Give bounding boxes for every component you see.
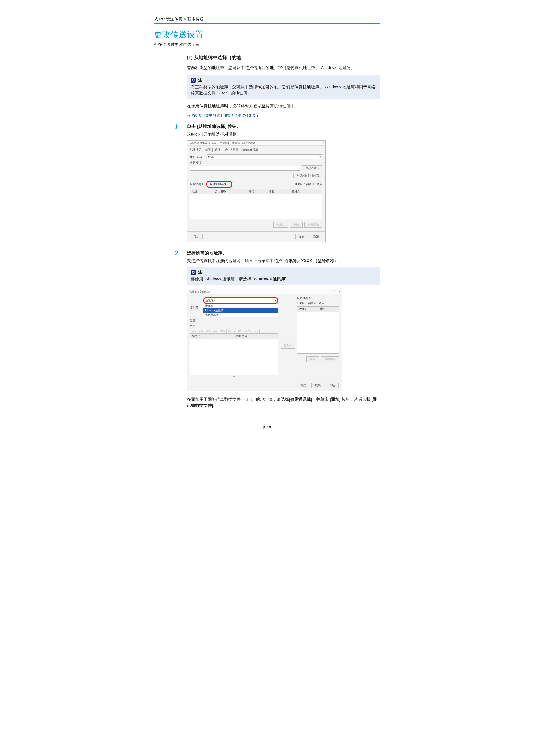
- destination-count: 0 项目 / 余留 500 项目: [295, 182, 323, 186]
- step2-body-suffix: ]。: [338, 258, 343, 263]
- section1-heading: (1) 从地址簿中选择目的地: [187, 54, 380, 61]
- col-fax-number: 传真号码: [234, 334, 278, 338]
- chevron-down-icon: ▼: [274, 299, 277, 302]
- addrbook-select[interactable]: 通讯簿 / ▼: [203, 297, 278, 304]
- trailing-b2: 添加: [331, 397, 339, 402]
- options-settings-button[interactable]: 选项设置...: [302, 165, 323, 171]
- trailing-p2: ]，并单击 [: [311, 397, 331, 402]
- col-address-2: 地址: [318, 307, 339, 311]
- step1-body: 这时会打开地址选择对话框。: [187, 132, 380, 137]
- letter-tab-mno[interactable]: MNO: [219, 329, 227, 333]
- step2-body-prefix: 要选择传真机中注册的地址簿，请从下拉菜单中选择 [: [187, 258, 284, 263]
- label-filter: 过滤:: [190, 318, 201, 322]
- transmit-mode-value: 传真: [208, 155, 214, 159]
- note-label: 注: [198, 78, 202, 83]
- letter-tab-ghi[interactable]: GHI: [205, 329, 212, 333]
- link-register-address[interactable]: 在地址簿中登录目的地（第 2-16 页）: [192, 113, 260, 118]
- step-number-2: 2: [174, 249, 178, 257]
- cancel-button[interactable]: 取消: [310, 234, 323, 239]
- note2-suffix: ]。: [285, 277, 290, 281]
- help-icon[interactable]: ?: [318, 142, 319, 145]
- breadcrumb: 从 PC 发送传真 > 基本传送: [154, 16, 380, 22]
- after-note-text: 在使用传真机地址簿时，必须将对方登录至传真机地址簿中。: [187, 103, 380, 109]
- send-button[interactable]: 传送: [295, 234, 308, 239]
- step2-title: 选择所需的地址簿。: [187, 250, 380, 256]
- step-number-1: 1: [174, 122, 178, 131]
- col-recipient: 收件人: [290, 189, 322, 194]
- col-address: 地址: [190, 189, 213, 194]
- letter-tab-abc[interactable]: ABC: [190, 329, 198, 333]
- delete-button[interactable]: 删除: [290, 222, 303, 228]
- addrbook-dropdown-list: 通讯簿 / Address 通讯簿 地址通讯簿: [203, 304, 278, 317]
- tab-options[interactable]: 选项: [215, 148, 222, 152]
- delete-all-button[interactable]: 全部删除: [304, 222, 323, 228]
- add-to-list-button[interactable]: 添加>: [280, 343, 295, 349]
- help-icon[interactable]: ?: [334, 290, 336, 293]
- dialog1-tabs: 地址设置 封面 选项 送件人信息 Internet 传真: [190, 148, 323, 152]
- note-icon: [191, 78, 196, 83]
- note-body-2: 要使用 Windows 通讯簿，请选择 [Windows 通讯簿]。: [191, 276, 376, 282]
- section1-intro: 有两种类型的地址簿，您可从中选择传送目的地。它们是传真机地址簿、 Windows…: [187, 65, 380, 71]
- step2-trailing-text: 在添加用于网络传真数据文件 （.fdt）的地址簿，请选择[参见通讯簿]，并单击 …: [187, 396, 380, 409]
- letter-tab-wxyz[interactable]: WXYZ: [244, 329, 254, 333]
- note-icon: [191, 270, 196, 275]
- trailing-p4: ]。: [212, 403, 217, 408]
- addrbook-option-1[interactable]: Address 通讯簿: [203, 308, 278, 313]
- letter-tab-tuv[interactable]: TUV: [237, 329, 244, 333]
- tab-internet-fax[interactable]: Internet 传真: [242, 148, 260, 152]
- note-box-1: 注 有三种类型的地址簿，您可从中选择传送目的地。它们是传真机地址簿、 Windo…: [187, 75, 380, 99]
- label-destination-list-2: 目的地列表:: [297, 296, 339, 300]
- letter-tab-def[interactable]: DEF: [198, 329, 205, 333]
- ok-button[interactable]: 确定: [297, 383, 310, 388]
- addrbook-option-0[interactable]: 通讯簿 /: [203, 304, 278, 308]
- close-icon[interactable]: ×: [338, 290, 340, 293]
- delete-button-2[interactable]: 删除: [307, 356, 319, 362]
- tab-sender-info[interactable]: 送件人信息: [225, 148, 240, 152]
- step2-body-bold: 通讯簿／XXXX （型号名称）: [284, 258, 338, 263]
- col-recipient-2: 收件人: [297, 307, 318, 311]
- label-addrbook: 通讯簿:: [190, 306, 201, 310]
- close-icon[interactable]: ×: [322, 142, 324, 145]
- dialog1-table-header: 地址 公司名称 部门 名称 收件人: [190, 189, 323, 194]
- page-subtitle: 可在传送时更改传送设置。: [154, 42, 380, 47]
- label-search: 搜索:: [190, 323, 201, 327]
- transmit-mode-select[interactable]: 传真 ▼: [207, 154, 323, 159]
- letter-filter-tabs: ABC DEF GHI JKL MNO PQRS TUV WXYZ 0-9: [190, 329, 278, 333]
- scroll-down-icon[interactable]: [233, 376, 235, 378]
- cancel-button-2[interactable]: 取消: [311, 383, 324, 388]
- note-label: 注: [198, 270, 202, 275]
- col-company: 公司名称: [213, 189, 247, 194]
- note2-bold: Windows 通讯簿: [254, 277, 285, 281]
- destination-count-2: 0 项目 / 余留 500 项目: [297, 301, 339, 305]
- address-selection-dialog: Address Selection ? × 通讯簿: 通讯簿 /: [187, 289, 342, 392]
- letter-tab-jkl[interactable]: JKL: [212, 329, 219, 333]
- dialog2-title: Address Selection: [189, 290, 211, 293]
- edit-button[interactable]: 编辑...: [273, 222, 288, 228]
- select-from-address-book-button[interactable]: 从地址簿选择...: [206, 181, 232, 188]
- label-destination-list: 目的地列表:: [190, 182, 204, 186]
- help-button-2[interactable]: 帮助: [326, 383, 338, 388]
- add-to-destination-list-button[interactable]: 添加到目的地列表: [293, 173, 323, 178]
- addrbook-option-2[interactable]: 地址通讯簿: [203, 313, 278, 317]
- delete-all-button-2[interactable]: 全部删除: [321, 356, 339, 362]
- tab-address-settings[interactable]: 地址设置: [190, 148, 203, 152]
- col-name: 名称: [267, 189, 290, 194]
- letter-tab-pqrs[interactable]: PQRS: [227, 329, 236, 333]
- page-title: 更改传送设置: [154, 29, 380, 40]
- letter-tab-09[interactable]: 0-9: [254, 329, 259, 333]
- chevron-down-icon: ▼: [319, 156, 321, 158]
- dialog2-left-table-body: [190, 339, 278, 375]
- step1-title: 单击 [从地址簿选择] 按钮。: [187, 124, 380, 129]
- fax-number-input[interactable]: [190, 166, 300, 171]
- tab-cover[interactable]: 封面: [205, 148, 213, 152]
- label-fax-number: 传真号码:: [190, 160, 205, 164]
- dialog1-title: Kyocera Network FAX - Transmit Settings …: [189, 142, 254, 145]
- col-dept: 部门: [247, 189, 267, 194]
- help-button[interactable]: 帮助: [190, 234, 203, 239]
- trailing-b1: 参见通讯簿: [290, 397, 311, 402]
- arrow-right-icon: ➔: [187, 114, 190, 118]
- divider-top: [154, 23, 380, 24]
- dialog2-left-table-header: 编号 △ 传真号码: [190, 334, 278, 339]
- dialog2-right-table-body: [297, 312, 339, 354]
- step2-body: 要选择传真机中注册的地址簿，请从下拉菜单中选择 [通讯簿／XXXX （型号名称）…: [187, 258, 380, 263]
